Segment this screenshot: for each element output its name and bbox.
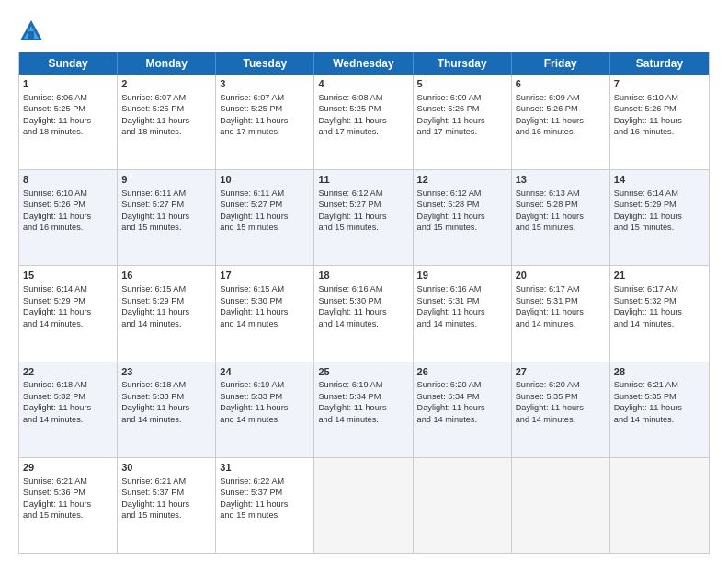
day-info-line: Sunrise: 6:14 AM <box>23 283 113 294</box>
day-info-line: and 15 minutes. <box>220 510 310 521</box>
calendar-cell: 17Sunrise: 6:15 AMSunset: 5:30 PMDayligh… <box>216 266 314 361</box>
calendar-cell: 1Sunrise: 6:06 AMSunset: 5:25 PMDaylight… <box>19 75 118 169</box>
calendar-cell: 25Sunrise: 6:19 AMSunset: 5:34 PMDayligh… <box>314 362 413 457</box>
day-info-line: Sunset: 5:33 PM <box>121 391 211 402</box>
day-info-line: Sunset: 5:28 PM <box>516 199 606 210</box>
calendar-cell: 8Sunrise: 6:10 AMSunset: 5:26 PMDaylight… <box>19 170 118 265</box>
day-info-line: Daylight: 11 hours <box>121 306 211 317</box>
day-info-line: Sunset: 5:27 PM <box>318 199 408 210</box>
day-info-line: Sunset: 5:25 PM <box>318 103 408 114</box>
day-info-line: and 14 minutes. <box>417 414 507 425</box>
calendar-cell: 7Sunrise: 6:10 AMSunset: 5:26 PMDaylight… <box>610 75 709 169</box>
day-info-line: and 14 minutes. <box>121 414 211 425</box>
day-info-line: Sunrise: 6:07 AM <box>220 92 310 103</box>
day-info-line: Daylight: 11 hours <box>318 306 408 317</box>
day-number: 8 <box>23 173 113 187</box>
day-info-line: Sunrise: 6:22 AM <box>220 476 310 487</box>
calendar-row-3: 15Sunrise: 6:14 AMSunset: 5:29 PMDayligh… <box>19 266 709 362</box>
calendar-cell: 12Sunrise: 6:12 AMSunset: 5:28 PMDayligh… <box>414 170 512 265</box>
day-info-line: Sunrise: 6:15 AM <box>121 283 211 294</box>
day-info-line: Sunrise: 6:06 AM <box>23 92 113 103</box>
day-info-line: Sunrise: 6:09 AM <box>417 92 507 103</box>
day-info-line: Daylight: 11 hours <box>516 306 606 317</box>
day-info-line: Sunrise: 6:17 AM <box>614 283 705 294</box>
calendar-cell: 10Sunrise: 6:11 AMSunset: 5:27 PMDayligh… <box>216 170 314 265</box>
header-day-friday: Friday <box>512 52 610 75</box>
day-number: 17 <box>220 269 310 282</box>
day-info-line: and 15 minutes. <box>23 510 113 521</box>
day-number: 18 <box>318 269 408 282</box>
day-info-line: Daylight: 11 hours <box>220 306 310 317</box>
day-info-line: Sunset: 5:28 PM <box>417 199 507 210</box>
calendar-cell: 6Sunrise: 6:09 AMSunset: 5:26 PMDaylight… <box>512 75 610 169</box>
day-info-line: and 18 minutes. <box>121 126 211 137</box>
day-info-line: Sunrise: 6:20 AM <box>417 379 507 390</box>
calendar-header: SundayMondayTuesdayWednesdayThursdayFrid… <box>19 52 709 75</box>
calendar-cell: 26Sunrise: 6:20 AMSunset: 5:34 PMDayligh… <box>414 362 512 457</box>
day-info-line: Sunrise: 6:18 AM <box>121 379 211 390</box>
calendar-cell <box>610 458 709 553</box>
day-info-line: Sunset: 5:26 PM <box>417 103 507 114</box>
day-info-line: Sunset: 5:32 PM <box>614 295 705 306</box>
day-info-line: and 14 minutes. <box>318 414 408 425</box>
page-header <box>18 15 710 44</box>
calendar-cell <box>314 458 413 553</box>
day-info-line: Sunset: 5:26 PM <box>614 103 705 114</box>
day-number: 2 <box>121 77 211 91</box>
day-info-line: Sunrise: 6:12 AM <box>417 188 507 199</box>
day-info-line: Daylight: 11 hours <box>121 402 211 413</box>
day-info-line: Sunset: 5:26 PM <box>516 103 606 114</box>
day-number: 30 <box>121 461 211 475</box>
day-number: 20 <box>516 269 606 282</box>
day-info-line: Sunset: 5:32 PM <box>23 391 113 402</box>
calendar-cell: 11Sunrise: 6:12 AMSunset: 5:27 PMDayligh… <box>314 170 413 265</box>
day-info-line: Daylight: 11 hours <box>220 402 310 413</box>
calendar-cell: 9Sunrise: 6:11 AMSunset: 5:27 PMDaylight… <box>118 170 216 265</box>
calendar-cell <box>414 458 512 553</box>
day-info-line: and 16 minutes. <box>516 126 606 137</box>
calendar-cell: 18Sunrise: 6:16 AMSunset: 5:30 PMDayligh… <box>314 266 413 361</box>
day-info-line: Sunrise: 6:10 AM <box>23 188 113 199</box>
day-info-line: Daylight: 11 hours <box>318 115 408 126</box>
day-number: 16 <box>121 269 211 282</box>
calendar-cell: 30Sunrise: 6:21 AMSunset: 5:37 PMDayligh… <box>118 458 216 553</box>
day-number: 15 <box>23 269 113 282</box>
header-day-thursday: Thursday <box>414 52 512 75</box>
day-info-line: Daylight: 11 hours <box>417 211 507 222</box>
day-info-line: and 14 minutes. <box>614 318 705 329</box>
calendar-cell: 14Sunrise: 6:14 AMSunset: 5:29 PMDayligh… <box>610 170 709 265</box>
day-number: 22 <box>23 365 113 379</box>
day-info-line: Sunset: 5:37 PM <box>220 487 310 498</box>
day-number: 3 <box>220 77 310 91</box>
day-info-line: Daylight: 11 hours <box>121 115 211 126</box>
day-info-line: and 14 minutes. <box>220 414 310 425</box>
day-info-line: Sunrise: 6:10 AM <box>614 92 705 103</box>
day-info-line: Sunset: 5:35 PM <box>614 391 705 402</box>
day-info-line: Sunrise: 6:21 AM <box>614 379 705 390</box>
day-info-line: Daylight: 11 hours <box>121 211 211 222</box>
day-info-line: and 15 minutes. <box>121 510 211 521</box>
day-number: 25 <box>318 365 408 379</box>
day-info-line: Sunset: 5:27 PM <box>220 199 310 210</box>
calendar-cell: 23Sunrise: 6:18 AMSunset: 5:33 PMDayligh… <box>118 362 216 457</box>
day-info-line: and 15 minutes. <box>318 222 408 233</box>
day-info-line: Sunrise: 6:18 AM <box>23 379 113 390</box>
day-info-line: Sunrise: 6:21 AM <box>23 476 113 487</box>
calendar-row-4: 22Sunrise: 6:18 AMSunset: 5:32 PMDayligh… <box>19 362 709 458</box>
day-number: 29 <box>23 461 113 475</box>
day-info-line: Daylight: 11 hours <box>516 115 606 126</box>
calendar-cell: 27Sunrise: 6:20 AMSunset: 5:35 PMDayligh… <box>512 362 610 457</box>
day-info-line: Sunset: 5:36 PM <box>23 487 113 498</box>
day-info-line: Daylight: 11 hours <box>121 499 211 510</box>
day-info-line: Sunset: 5:25 PM <box>23 103 113 114</box>
header-day-sunday: Sunday <box>19 52 118 75</box>
day-info-line: Sunset: 5:31 PM <box>417 295 507 306</box>
day-info-line: and 14 minutes. <box>516 318 606 329</box>
day-number: 19 <box>417 269 507 282</box>
day-info-line: Sunset: 5:31 PM <box>516 295 606 306</box>
day-info-line: Sunrise: 6:15 AM <box>220 283 310 294</box>
day-info-line: Daylight: 11 hours <box>220 211 310 222</box>
day-info-line: Sunset: 5:25 PM <box>220 103 310 114</box>
day-info-line: Daylight: 11 hours <box>23 499 113 510</box>
day-info-line: and 14 minutes. <box>121 318 211 329</box>
